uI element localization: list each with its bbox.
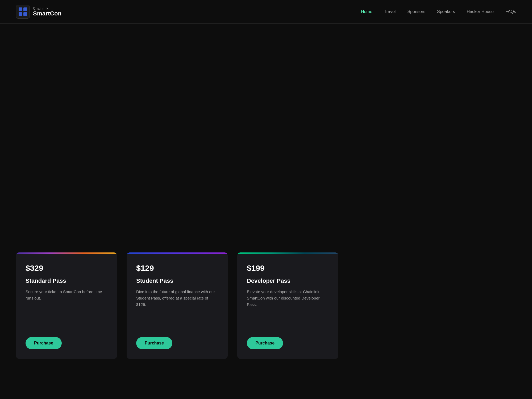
card-title-student: Student Pass (136, 277, 218, 284)
card-student: $129 Student Pass Dive into the future o… (127, 252, 228, 359)
card-description-student: Dive into the future of global finance w… (136, 289, 218, 327)
svg-rect-3 (23, 12, 27, 16)
nav-link-hacker-house[interactable]: Hacker House (467, 9, 494, 14)
card-content-student: $129 Student Pass Dive into the future o… (127, 254, 228, 337)
svg-rect-1 (23, 7, 27, 11)
logo-brand: Chainlink (33, 7, 62, 10)
nav-link-sponsors[interactable]: Sponsors (407, 9, 425, 14)
card-footer-student: Purchase (127, 337, 228, 359)
purchase-button-student[interactable]: Purchase (136, 337, 172, 349)
card-standard: $329 Standard Pass Secure your ticket to… (16, 252, 117, 359)
cards-section: $329 Standard Pass Secure your ticket to… (0, 252, 532, 380)
purchase-button-developer[interactable]: Purchase (247, 337, 283, 349)
card-title-standard: Standard Pass (26, 277, 107, 284)
card-price-student: $129 (136, 264, 218, 273)
nav-link-home[interactable]: Home (361, 9, 372, 14)
purchase-button-standard[interactable]: Purchase (26, 337, 62, 349)
svg-rect-2 (19, 12, 22, 16)
card-developer: $199 Developer Pass Elevate your develop… (237, 252, 338, 359)
logo-product: SmartCon (33, 10, 62, 17)
card-title-developer: Developer Pass (247, 277, 329, 284)
nav-links: Home Travel Sponsors Speakers Hacker Hou… (361, 9, 516, 14)
logo-text: Chainlink SmartCon (33, 7, 62, 17)
logo-icon (16, 5, 30, 19)
nav-link-speakers[interactable]: Speakers (437, 9, 455, 14)
card-price-developer: $199 (247, 264, 329, 273)
hero-section (0, 24, 532, 252)
navbar: Chainlink SmartCon Home Travel Sponsors … (0, 0, 532, 24)
card-price-standard: $329 (26, 264, 107, 273)
card-content-developer: $199 Developer Pass Elevate your develop… (237, 254, 338, 337)
card-content-standard: $329 Standard Pass Secure your ticket to… (16, 254, 117, 337)
nav-link-faqs[interactable]: FAQs (505, 9, 516, 14)
card-footer-developer: Purchase (237, 337, 338, 359)
card-footer-standard: Purchase (16, 337, 117, 359)
nav-link-travel[interactable]: Travel (384, 9, 396, 14)
svg-rect-0 (19, 7, 22, 11)
card-description-standard: Secure your ticket to SmartCon before ti… (26, 289, 107, 327)
logo: Chainlink SmartCon (16, 5, 62, 19)
card-description-developer: Elevate your developer skills at Chainli… (247, 289, 329, 327)
